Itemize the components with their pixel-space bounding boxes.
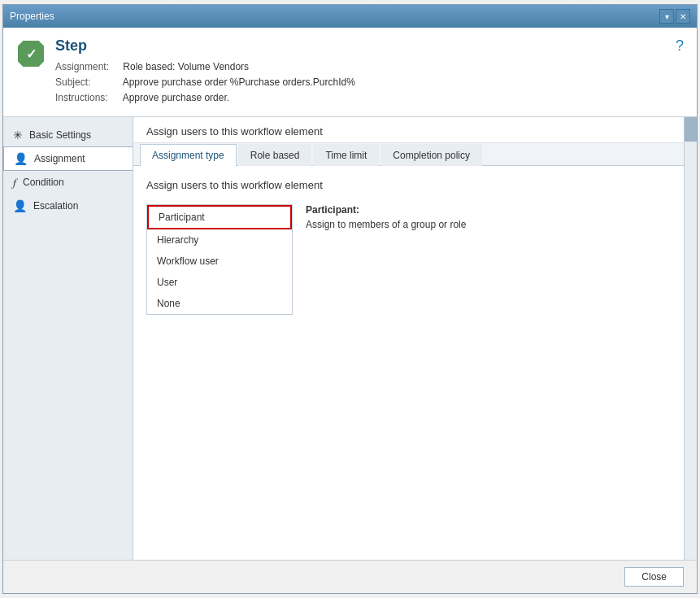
sidebar-item-label-assignment: Assignment [34,153,85,164]
list-item-hierarchy[interactable]: Hierarchy [147,229,292,251]
sidebar-item-escalation[interactable]: 👤 Escalation [3,194,133,217]
help-icon[interactable]: ? [676,37,684,55]
tab-content: Assign users to this workflow element Pa… [133,166,684,560]
assignment-icon: 👤 [14,152,28,165]
sidebar-item-condition[interactable]: 𝑓 Condition [3,171,133,194]
scrollbar[interactable] [684,117,697,560]
tab-content-title: Assign users to this workflow element [146,179,671,191]
properties-dialog: Properties ▾ ✕ ✓ Step Assignment: Role b… [2,4,698,594]
dropdown-button[interactable]: ▾ [659,9,674,24]
content-header: Assign users to this workflow element [133,117,684,143]
basic-settings-icon: ✳ [13,129,23,142]
assignment-value: Role based: Volume Vendors [123,61,249,72]
main-content: ✳ Basic Settings 👤 Assignment 𝑓 Conditio… [3,117,697,560]
header-title: Step [55,37,666,55]
header-info: Assignment: Role based: Volume Vendors S… [55,59,666,107]
tab-role-based[interactable]: Role based [238,144,312,166]
step-icon: ✓ [16,39,46,68]
subject-row: Subject: Approve purchase order %Purchas… [55,75,666,90]
condition-icon: 𝑓 [13,176,16,190]
description-title: Participant: [306,204,671,216]
title-bar-text: Properties [10,11,54,22]
list-item-none[interactable]: None [147,293,292,314]
sidebar-item-assignment[interactable]: 👤 Assignment [3,146,133,171]
close-button[interactable]: Close [624,567,684,587]
tab-time-limit[interactable]: Time limit [313,144,379,166]
tab-assignment-type[interactable]: Assignment type [140,144,237,166]
tab-completion-policy[interactable]: Completion policy [380,144,482,166]
footer: Close [3,560,697,593]
sidebar: ✳ Basic Settings 👤 Assignment 𝑓 Conditio… [3,117,133,560]
sidebar-item-label-escalation: Escalation [33,200,78,212]
sidebar-item-label-condition: Condition [23,177,64,188]
instructions-label: Instructions: [55,90,120,106]
content-area: Assign users to this workflow element As… [133,117,684,560]
sidebar-item-basic-settings[interactable]: ✳ Basic Settings [3,124,133,146]
list-item-participant[interactable]: Participant [147,205,292,229]
sidebar-item-label-basic-settings: Basic Settings [29,129,91,141]
title-bar-buttons: ▾ ✕ [659,9,690,24]
scrollbar-thumb[interactable] [685,117,697,142]
step-icon-inner: ✓ [18,41,44,67]
step-check-mark: ✓ [26,46,37,62]
title-bar-left: Properties [10,11,54,22]
assignment-list: Participant Hierarchy Workflow user User… [146,204,293,315]
header-content: Step Assignment: Role based: Volume Vend… [55,37,666,107]
subject-value: Approve purchase order %Purchase orders.… [123,76,355,88]
assignment-row: Assignment: Role based: Volume Vendors [55,59,666,75]
assignment-description: Participant: Assign to members of a grou… [306,204,671,315]
escalation-icon: 👤 [13,199,27,212]
description-text: Assign to members of a group or role [306,219,671,230]
list-item-user[interactable]: User [147,272,292,293]
assignment-label: Assignment: [55,59,120,75]
close-title-button[interactable]: ✕ [676,9,690,24]
instructions-value: Approve purchase order. [123,92,229,103]
list-item-workflow-user[interactable]: Workflow user [147,251,292,272]
header-section: ✓ Step Assignment: Role based: Volume Ve… [3,28,697,117]
assignment-panel: Participant Hierarchy Workflow user User… [146,204,671,315]
tabs-bar: Assignment type Role based Time limit Co… [133,143,684,166]
title-bar: Properties ▾ ✕ [3,5,697,28]
subject-label: Subject: [55,75,120,90]
instructions-row: Instructions: Approve purchase order. [55,90,666,106]
